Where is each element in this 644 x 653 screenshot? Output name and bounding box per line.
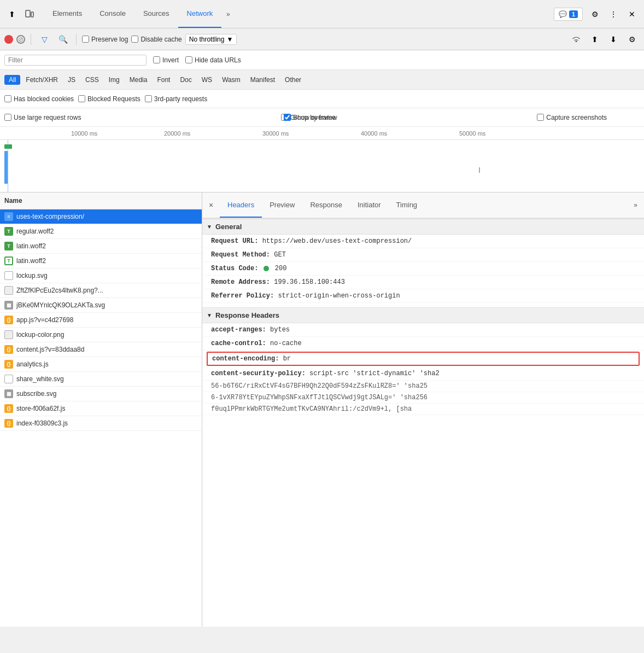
badge-count: 1	[569, 10, 578, 18]
preserve-log-input[interactable]	[82, 36, 89, 43]
large-rows-input[interactable]	[4, 114, 11, 121]
file-item[interactable]: lockup.svg	[0, 269, 202, 283]
options-row-1: Has blocked cookies Blocked Requests 3rd…	[0, 90, 644, 108]
type-filter-other[interactable]: Other	[280, 75, 306, 85]
file-item[interactable]: Tlatin.woff2	[0, 239, 202, 254]
type-filter-font[interactable]: Font	[153, 75, 174, 85]
invert-input[interactable]	[153, 56, 160, 63]
clear-button[interactable]: ⊘	[16, 35, 25, 44]
right-tab-headers[interactable]: Headers	[220, 193, 262, 218]
filter-button[interactable]: ▽	[37, 32, 52, 47]
show-overview-checkbox[interactable]: Show overview	[284, 114, 337, 121]
general-title: General	[215, 223, 242, 231]
disable-cache-input[interactable]	[131, 36, 138, 43]
request-url-value: https://web.dev/uses-text-compression/	[262, 237, 412, 245]
type-filter-media[interactable]: Media	[125, 75, 152, 85]
file-item[interactable]: share_white.svg	[0, 372, 202, 387]
upload-icon[interactable]: ⬆	[587, 32, 602, 47]
filter-input[interactable]	[25, 56, 143, 64]
file-item[interactable]: {}app.js?v=c4d27698	[0, 313, 202, 328]
invert-checkbox[interactable]: Invert	[153, 56, 179, 64]
cache-control-name: cache-control:	[211, 340, 266, 347]
capture-screenshots-checkbox[interactable]: Capture screenshots	[537, 114, 607, 121]
type-filter-img[interactable]: Img	[104, 75, 124, 85]
file-item[interactable]: ≡uses-text-compression/	[0, 209, 202, 224]
more-tabs-icon[interactable]: »	[221, 8, 235, 21]
file-item[interactable]: {}store-f006a62f.js	[0, 401, 202, 416]
network-settings-icon[interactable]: ⚙	[624, 32, 640, 47]
file-item[interactable]: {}content.js?v=83ddaa8d	[0, 342, 202, 357]
blocked-requests-input[interactable]	[78, 95, 85, 102]
show-overview-input[interactable]	[284, 114, 291, 121]
file-type-icon: {}	[4, 345, 13, 354]
type-filter-js[interactable]: JS	[63, 75, 80, 85]
blocked-requests-checkbox[interactable]: Blocked Requests	[78, 95, 140, 103]
feedback-button[interactable]: 💬 1	[554, 8, 583, 21]
more-options-button[interactable]: ⋮	[606, 7, 621, 22]
record-button[interactable]	[4, 35, 13, 44]
wifi-icon[interactable]	[569, 32, 584, 47]
type-filter-wasm[interactable]: Wasm	[218, 75, 245, 85]
dropdown-arrow-icon: ▼	[226, 36, 233, 43]
file-item[interactable]: Tlatin.woff2	[0, 254, 202, 269]
tab-elements[interactable]: Elements	[44, 0, 91, 28]
right-tab-initiator[interactable]: Initiator	[350, 193, 389, 218]
settings-button[interactable]: ⚙	[587, 7, 602, 22]
file-item[interactable]: Tregular.woff2	[0, 224, 202, 239]
throttling-dropdown[interactable]: No throttling ▼	[185, 34, 237, 45]
ruler-mark-4: 40000 ms	[361, 127, 387, 139]
file-item[interactable]: {}index-f03809c3.js	[0, 416, 202, 431]
has-blocked-cookies-input[interactable]	[4, 95, 11, 102]
tab-network[interactable]: Network	[178, 0, 222, 28]
timeline-graph[interactable]	[0, 140, 644, 193]
general-section-header[interactable]: ▼ General	[202, 219, 644, 235]
type-filter-ws[interactable]: WS	[197, 75, 216, 85]
has-blocked-cookies-checkbox[interactable]: Has blocked cookies	[4, 95, 74, 103]
tab-console[interactable]: Console	[91, 0, 134, 28]
file-item[interactable]: ▦subscribe.svg	[0, 387, 202, 401]
general-arrow-icon: ▼	[207, 224, 212, 230]
remote-address-value: 199.36.158.100:443	[274, 278, 345, 286]
right-tab-preview[interactable]: Preview	[262, 193, 302, 218]
close-devtools-button[interactable]: ✕	[624, 7, 640, 22]
capture-screenshots-input[interactable]	[537, 114, 544, 121]
file-type-icon: {}	[4, 360, 13, 369]
hide-data-urls-checkbox[interactable]: Hide data URLs	[185, 56, 241, 64]
csp-field: content-security-policy: script-src 'str…	[202, 367, 644, 381]
response-headers-section-header[interactable]: ▼ Response Headers	[202, 307, 644, 323]
filter-row: Filter Invert Hide data URLs	[0, 50, 644, 70]
file-type-icon: ▦	[4, 301, 13, 310]
third-party-input[interactable]	[145, 95, 152, 102]
show-overview-label: Show overview	[293, 114, 337, 121]
file-name: latin.woff2	[16, 242, 197, 250]
third-party-checkbox[interactable]: 3rd-party requests	[145, 95, 207, 103]
file-name: subscribe.svg	[16, 390, 197, 398]
content-encoding-field: content-encoding: br	[207, 352, 640, 366]
device-icon[interactable]	[22, 7, 37, 22]
right-tab-timing[interactable]: Timing	[389, 193, 425, 218]
disable-cache-checkbox[interactable]: Disable cache	[131, 36, 182, 43]
type-filter-fetch/xhr[interactable]: Fetch/XHR	[21, 75, 62, 85]
csp-value: script-src 'strict-dynamic' 'sha2	[309, 370, 440, 377]
file-item[interactable]: ▦jBKe0MYnlcQK9OLzAKTa.svg	[0, 298, 202, 313]
tab-sources[interactable]: Sources	[134, 0, 178, 28]
cursor-icon[interactable]: ⬆	[4, 7, 20, 22]
type-filter-css[interactable]: CSS	[81, 75, 103, 85]
filter-input-wrap[interactable]: Filter	[4, 55, 147, 66]
search-button[interactable]: 🔍	[55, 32, 71, 47]
large-rows-checkbox[interactable]: Use large request rows	[4, 114, 81, 121]
type-filter-doc[interactable]: Doc	[175, 75, 196, 85]
preserve-log-checkbox[interactable]: Preserve log	[82, 36, 128, 43]
type-filter-manifest[interactable]: Manifest	[246, 75, 279, 85]
file-item[interactable]: {}analytics.js	[0, 357, 202, 372]
file-item[interactable]: lockup-color.png	[0, 328, 202, 342]
type-filter-all[interactable]: All	[4, 75, 20, 85]
referrer-policy-name: Referrer Policy:	[211, 292, 274, 300]
download-icon[interactable]: ⬇	[606, 32, 621, 47]
file-item[interactable]: ZftZfKlPcEu2cs4ltwK8.png?...	[0, 283, 202, 298]
right-tab-response[interactable]: Response	[302, 193, 350, 218]
close-panel-button[interactable]: ×	[204, 199, 218, 212]
right-tabs-more-icon[interactable]: »	[629, 201, 642, 209]
options-row-2: Use large request rows Group by frame Sh…	[0, 108, 644, 127]
hide-data-urls-input[interactable]	[185, 56, 192, 63]
